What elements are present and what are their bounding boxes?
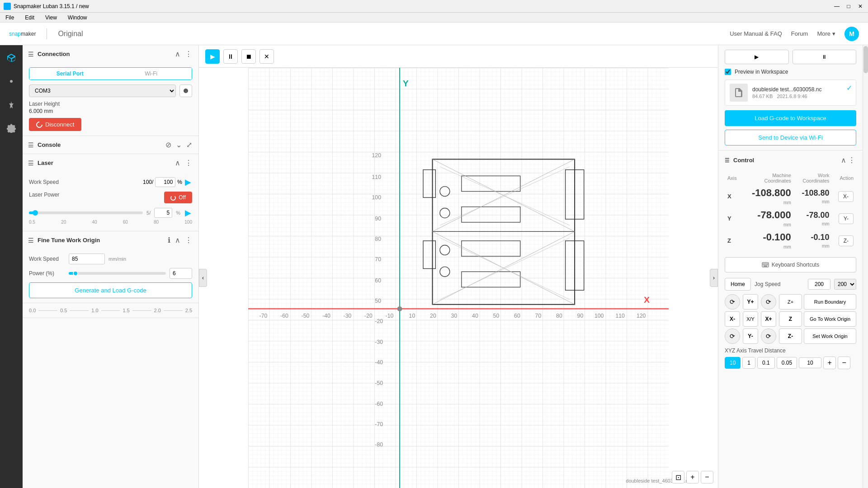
travel-005-button[interactable]: 0.05 [777, 357, 797, 369]
fine-tune-info-btn[interactable]: ℹ [167, 235, 171, 245]
svg-rect-67 [764, 263, 765, 264]
x-axis-label: X [725, 185, 742, 207]
slider-thumb[interactable] [33, 210, 38, 216]
travel-plus-button[interactable]: + [823, 357, 836, 369]
travel-10-button[interactable]: 10 [725, 357, 741, 369]
load-gcode-button[interactable]: Load G-code to Workspace [725, 110, 856, 126]
sidebar-icon-laser[interactable] [4, 74, 19, 89]
zoom-in-button[interactable]: + [686, 471, 699, 483]
fine-tune-collapse-btn[interactable]: ∧ [174, 235, 181, 245]
menu-edit[interactable]: Edit [23, 14, 36, 22]
avatar[interactable]: M [844, 27, 859, 41]
zoom-out-button[interactable]: − [701, 471, 713, 483]
z-machine-value: -0.100 mm [742, 230, 794, 252]
jog-circle-btn-4[interactable]: ⟳ [761, 328, 776, 344]
more-button[interactable]: More ▾ [817, 30, 835, 37]
minimize-button[interactable]: — [833, 2, 841, 10]
jog-circle-btn-1[interactable]: ⟳ [725, 294, 740, 310]
scrollbar[interactable] [863, 45, 868, 488]
wifi-tab[interactable]: Wi-Fi [111, 68, 192, 80]
maximize-button[interactable]: □ [844, 2, 853, 10]
laser-menu-btn[interactable]: ⋮ [184, 158, 193, 168]
send-wifi-button[interactable]: Send to Device via Wi-Fi [725, 130, 856, 145]
jog-z-minus-button[interactable]: Z- [779, 328, 802, 344]
svg-text:50: 50 [493, 313, 500, 319]
home-button[interactable]: Home [725, 278, 751, 291]
svg-text:90: 90 [577, 313, 584, 319]
com-port-select[interactable]: COM3 [29, 84, 176, 97]
run-boundary-button[interactable]: Run Boundary [804, 294, 856, 310]
sidebar-icon-3d[interactable] [4, 51, 19, 65]
pause-button[interactable]: ⏸ [223, 49, 238, 64]
preview-checkbox[interactable] [725, 69, 731, 75]
jog-circle-btn-3[interactable]: ⟳ [725, 328, 740, 344]
close-button[interactable]: ✕ [856, 2, 864, 10]
stop-button[interactable]: ⏹ [241, 49, 256, 64]
collapse-left-button[interactable]: ‹ [199, 269, 207, 287]
z-action-button[interactable]: Z- [839, 235, 854, 246]
serial-port-tab[interactable]: Serial Port [29, 68, 111, 80]
sidebar-icon-cnc[interactable] [4, 98, 19, 112]
set-work-origin-button[interactable]: Set Work Origin [804, 328, 856, 344]
laser-power-button[interactable]: Off [164, 192, 192, 203]
jog-speed-dropdown[interactable]: 200 [834, 279, 856, 290]
work-speed-apply-btn[interactable]: ▶ [184, 176, 192, 188]
top-btn-1[interactable]: ▶ [725, 50, 789, 64]
sidebar-icon-settings[interactable] [4, 121, 19, 136]
connection-collapse-btn[interactable]: ∧ [174, 49, 181, 59]
y-action-button[interactable]: Y- [839, 213, 854, 224]
laser-collapse-btn[interactable]: ∧ [174, 158, 181, 168]
power-value-input[interactable] [170, 268, 192, 279]
power-slider-track[interactable] [69, 272, 166, 275]
file-name: doubleside test...6030058.nc [752, 86, 851, 93]
connection-menu-btn[interactable]: ⋮ [184, 49, 193, 59]
jog-x-plus-button[interactable]: X+ [761, 311, 776, 327]
manual-link[interactable]: User Manual & FAQ [730, 30, 782, 37]
forum-link[interactable]: Forum [791, 30, 808, 37]
console-clear-btn[interactable]: ⊘ [165, 140, 172, 150]
jog-z-button[interactable]: Z [779, 311, 802, 327]
power-input[interactable] [154, 208, 172, 218]
menu-view[interactable]: View [43, 14, 59, 22]
jog-x-minus-button[interactable]: X- [725, 311, 740, 327]
laser-power-slider-container: 5/ % ▶ 0.5 20 40 60 80 100 [29, 207, 192, 226]
close-button[interactable]: ✕ [259, 49, 274, 64]
power-slider-thumb[interactable] [73, 271, 78, 276]
refresh-button[interactable] [179, 84, 192, 97]
header-right: User Manual & FAQ Forum More ▾ M [730, 27, 859, 41]
jog-xy-button[interactable]: X/Y [743, 311, 758, 327]
fine-tune-speed-row: Work Speed mm/min [29, 253, 192, 264]
jog-circle-btn-2[interactable]: ⟳ [761, 294, 776, 310]
disconnect-button[interactable]: Disconnect [29, 118, 81, 131]
work-speed-input[interactable] [155, 177, 175, 187]
control-collapse-btn[interactable]: ∧ [840, 155, 847, 165]
keyboard-shortcuts-button[interactable]: Keyboard Shortcuts [725, 257, 856, 272]
jog-y-minus-button[interactable]: Y- [743, 328, 758, 344]
fine-tune-menu-btn[interactable]: ⋮ [184, 235, 193, 245]
travel-minus-button[interactable]: − [838, 357, 850, 369]
generate-gcode-button[interactable]: Generate and Load G-code [29, 282, 192, 298]
main-layout: ☰ Connection ∧ ⋮ Serial Port Wi-Fi COM3 [0, 45, 868, 488]
travel-1-button[interactable]: 1 [742, 357, 755, 369]
jog-z-plus-button[interactable]: Z+ [779, 294, 802, 310]
menu-window[interactable]: Window [66, 14, 89, 22]
laser-power-slider[interactable] [29, 211, 143, 214]
menu-file[interactable]: File [4, 14, 16, 22]
menubar: File Edit View Window [0, 13, 868, 23]
top-btn-2[interactable]: ⏸ [793, 50, 857, 64]
scrollbar-thumb[interactable] [863, 46, 868, 73]
jog-y-plus-button[interactable]: Y+ [743, 294, 758, 310]
travel-01-button[interactable]: 0.1 [757, 357, 775, 369]
collapse-right-button[interactable]: › [710, 269, 718, 287]
play-button[interactable]: ▶ [205, 49, 220, 64]
fine-tune-speed-input[interactable] [69, 253, 105, 264]
fit-view-button[interactable]: ⊡ [672, 471, 684, 483]
console-scroll-btn[interactable]: ⌄ [175, 140, 183, 150]
control-menu-btn[interactable]: ⋮ [847, 155, 856, 165]
goto-work-origin-button[interactable]: Go To Work Origin [804, 311, 856, 327]
travel-custom-input[interactable] [799, 357, 821, 368]
x-action-button[interactable]: X- [838, 191, 854, 202]
console-expand-btn[interactable]: ⤢ [185, 140, 193, 150]
jog-speed-input[interactable] [808, 279, 830, 290]
power-apply-btn[interactable]: ▶ [184, 207, 192, 219]
